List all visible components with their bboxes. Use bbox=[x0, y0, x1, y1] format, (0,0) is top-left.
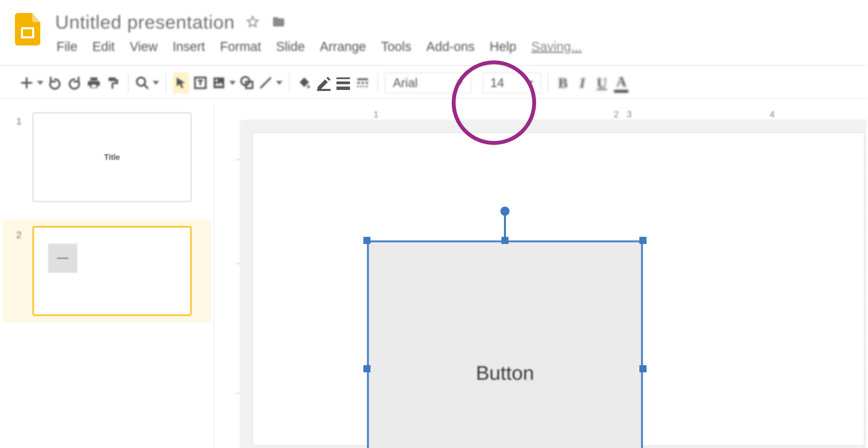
italic-button[interactable]: I bbox=[574, 72, 590, 93]
resize-handle-tm[interactable] bbox=[501, 237, 508, 244]
toolbar: Arial 14 B I U A bbox=[0, 68, 868, 97]
chevron-down-icon bbox=[527, 81, 533, 85]
toolbar-separator bbox=[289, 73, 290, 93]
resize-handle-tr[interactable] bbox=[640, 237, 647, 244]
slide-panel: 1 Title 2 bbox=[0, 104, 214, 448]
undo-button[interactable] bbox=[47, 72, 63, 93]
select-tool-button[interactable] bbox=[173, 72, 189, 93]
slide-thumb-row: 2 bbox=[3, 219, 211, 322]
move-to-folder-button[interactable] bbox=[271, 14, 287, 30]
line-dash-icon bbox=[355, 76, 370, 90]
slide-number: 1 bbox=[16, 112, 26, 127]
ruler-tick bbox=[236, 159, 240, 160]
menu-divider bbox=[0, 65, 868, 66]
ruler-mark: 4 bbox=[770, 109, 775, 120]
image-icon bbox=[212, 76, 226, 90]
title-line: Untitled presentation bbox=[55, 11, 582, 33]
zoom-button[interactable] bbox=[135, 72, 159, 93]
shape-icon bbox=[240, 76, 254, 90]
italic-icon: I bbox=[580, 75, 585, 91]
shape-button[interactable] bbox=[239, 72, 255, 93]
font-family-value: Arial bbox=[393, 76, 417, 90]
ruler-mark: 3 bbox=[627, 109, 632, 120]
menu-tools[interactable]: Tools bbox=[381, 39, 411, 54]
save-status: Saving... bbox=[531, 39, 582, 54]
textbox-icon bbox=[193, 76, 208, 90]
title-bar: Untitled presentation File Edit View Ins… bbox=[0, 0, 868, 54]
toolbar-separator bbox=[548, 73, 548, 93]
new-slide-button[interactable] bbox=[20, 72, 43, 93]
vertical-ruler[interactable] bbox=[221, 123, 240, 448]
print-icon bbox=[87, 76, 101, 90]
app-logo bbox=[13, 10, 42, 49]
menu-edit[interactable]: Edit bbox=[92, 39, 115, 54]
menu-file[interactable]: File bbox=[57, 39, 77, 54]
resize-handle-ml[interactable] bbox=[363, 365, 371, 372]
svg-rect-1 bbox=[23, 29, 32, 36]
horizontal-ruler[interactable]: 1 2 3 4 bbox=[244, 101, 868, 120]
menu-addons[interactable]: Add-ons bbox=[426, 39, 475, 54]
toolbar-separator bbox=[128, 73, 129, 93]
resize-handle-mr[interactable] bbox=[640, 365, 647, 372]
print-button[interactable] bbox=[86, 72, 102, 93]
slide-thumbnail-2[interactable] bbox=[32, 226, 192, 316]
document-title[interactable]: Untitled presentation bbox=[55, 11, 235, 33]
title-column: Untitled presentation File Edit View Ins… bbox=[55, 10, 582, 54]
redo-button[interactable] bbox=[66, 72, 83, 93]
rotation-connector bbox=[504, 214, 506, 237]
menu-insert[interactable]: Insert bbox=[173, 39, 205, 54]
slide-thumbnail-1[interactable]: Title bbox=[32, 112, 192, 202]
fill-color-button[interactable] bbox=[296, 72, 312, 93]
star-button[interactable] bbox=[245, 14, 261, 30]
shape-rectangle[interactable] bbox=[367, 240, 643, 448]
menu-view[interactable]: View bbox=[130, 39, 157, 54]
line-weight-icon bbox=[335, 75, 351, 91]
text-color-button[interactable]: A bbox=[613, 72, 629, 93]
line-tool-button[interactable] bbox=[258, 72, 282, 93]
bold-icon: B bbox=[558, 75, 568, 91]
paint-format-button[interactable] bbox=[105, 72, 121, 93]
line-color-button[interactable] bbox=[316, 72, 332, 93]
zoom-icon bbox=[135, 76, 149, 90]
shape-text[interactable]: Button bbox=[367, 361, 643, 384]
slide-thumbnail-label: Title bbox=[104, 153, 120, 162]
line-weight-button[interactable] bbox=[335, 72, 351, 93]
folder-icon bbox=[271, 14, 286, 30]
paint-bucket-icon bbox=[297, 76, 311, 90]
menu-help[interactable]: Help bbox=[490, 39, 516, 54]
ruler-tick bbox=[236, 263, 240, 264]
selected-shape[interactable]: Button bbox=[367, 240, 643, 448]
rotation-handle[interactable] bbox=[500, 207, 509, 216]
font-size-select[interactable]: 14 bbox=[483, 72, 541, 93]
cursor-icon bbox=[174, 76, 188, 90]
menu-arrange[interactable]: Arrange bbox=[320, 39, 366, 54]
pencil-icon bbox=[316, 75, 332, 91]
underline-button[interactable]: U bbox=[594, 72, 610, 93]
svg-point-6 bbox=[215, 79, 218, 82]
textbox-button[interactable] bbox=[192, 72, 209, 93]
slide-number: 2 bbox=[16, 226, 26, 240]
svg-rect-9 bbox=[317, 89, 331, 91]
image-button[interactable] bbox=[212, 72, 236, 93]
ruler-mark: 1 bbox=[373, 109, 379, 120]
chevron-down-icon bbox=[457, 81, 463, 85]
font-family-select[interactable]: Arial bbox=[384, 72, 471, 93]
undo-icon bbox=[48, 76, 62, 90]
font-size-value: 14 bbox=[490, 76, 504, 90]
ruler-tick bbox=[236, 393, 240, 394]
resize-handle-tl[interactable] bbox=[363, 237, 371, 244]
star-icon bbox=[245, 14, 260, 30]
toolbar-separator bbox=[377, 73, 378, 93]
bold-button[interactable]: B bbox=[555, 72, 571, 93]
svg-rect-12 bbox=[336, 86, 350, 90]
menu-slide[interactable]: Slide bbox=[276, 39, 305, 54]
mini-shape-icon bbox=[48, 244, 77, 273]
redo-icon bbox=[67, 76, 82, 90]
svg-rect-2 bbox=[92, 85, 96, 88]
ruler-mark: 2 bbox=[614, 109, 619, 120]
line-dash-button[interactable] bbox=[354, 72, 371, 93]
menu-bar: File Edit View Insert Format Slide Arran… bbox=[55, 37, 582, 54]
menu-format[interactable]: Format bbox=[220, 39, 261, 54]
app-window: Untitled presentation File Edit View Ins… bbox=[0, 0, 868, 448]
paint-roller-icon bbox=[106, 76, 121, 90]
